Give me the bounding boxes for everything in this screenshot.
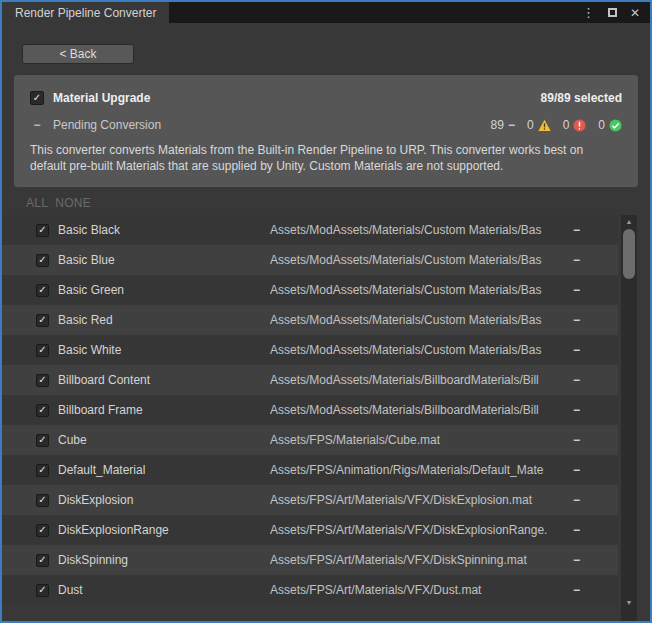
window-tab[interactable]: Render Pipeline Converter — [2, 2, 169, 23]
pending-conversion-row: − Pending Conversion 89 − 0 0 0 — [30, 117, 622, 133]
material-row[interactable]: ✓ DiskSpinning Assets/FPS/Art/Materials/… — [2, 545, 618, 575]
check-icon: ✓ — [38, 405, 46, 415]
material-path: Assets/ModAssets/Materials/BillboardMate… — [270, 373, 566, 387]
check-icon: ✓ — [38, 555, 46, 565]
material-name: Basic Blue — [58, 253, 270, 267]
material-row[interactable]: ✓ Cube Assets/FPS/Materials/Cube.mat − — [2, 425, 618, 455]
material-path: Assets/FPS/Materials/Cube.mat — [270, 433, 566, 447]
row-status-dash-icon: − — [566, 583, 580, 597]
material-checkbox[interactable]: ✓ — [36, 314, 49, 327]
material-row[interactable]: ✓ Billboard Frame Assets/ModAssets/Mater… — [2, 395, 618, 425]
material-name: Basic Red — [58, 313, 270, 327]
selection-header: ALL NONE — [26, 196, 650, 210]
row-status-dash-icon: − — [566, 553, 580, 567]
material-name: DiskExplosion — [58, 493, 270, 507]
pending-dash-icon: − — [508, 118, 515, 132]
material-name: Dust — [58, 583, 270, 597]
material-row[interactable]: ✓ Basic Black Assets/ModAssets/Materials… — [2, 215, 618, 245]
material-row[interactable]: ✓ Basic Blue Assets/ModAssets/Materials/… — [2, 245, 618, 275]
converter-name: Material Upgrade — [53, 91, 150, 105]
material-upgrade-checkbox[interactable]: ✓ — [30, 91, 44, 105]
material-path: Assets/ModAssets/Materials/BillboardMate… — [270, 403, 566, 417]
row-status-dash-icon: − — [566, 313, 580, 327]
scroll-up-icon[interactable]: ▲ — [621, 218, 637, 226]
material-name: Default_Material — [58, 463, 270, 477]
material-row[interactable]: ✓ DiskExplosionRange Assets/FPS/Art/Mate… — [2, 515, 618, 545]
material-checkbox[interactable]: ✓ — [36, 404, 49, 417]
select-all-button[interactable]: ALL — [26, 196, 48, 210]
material-path: Assets/ModAssets/Materials/Custom Materi… — [270, 223, 566, 237]
maximize-icon[interactable] — [608, 8, 617, 17]
pending-status-dash-icon: − — [30, 118, 44, 132]
material-path: Assets/ModAssets/Materials/Custom Materi… — [270, 253, 566, 267]
material-row[interactable]: ✓ Billboard Content Assets/ModAssets/Mat… — [2, 365, 618, 395]
check-icon: ✓ — [38, 435, 46, 445]
material-row[interactable]: ✓ Basic Green Assets/ModAssets/Materials… — [2, 275, 618, 305]
check-icon: ✓ — [38, 285, 46, 295]
row-status-dash-icon: − — [566, 253, 580, 267]
close-icon[interactable]: ✕ — [630, 7, 640, 19]
pending-conversion-label: Pending Conversion — [53, 118, 161, 132]
check-icon: ✓ — [33, 93, 41, 103]
material-checkbox[interactable]: ✓ — [36, 584, 49, 597]
row-status-dash-icon: − — [566, 283, 580, 297]
converter-header-row: ✓ Material Upgrade 89/89 selected — [30, 90, 622, 106]
material-checkbox[interactable]: ✓ — [36, 434, 49, 447]
check-icon: ✓ — [38, 465, 46, 475]
material-name: Billboard Content — [58, 373, 270, 387]
window-controls: ⋮ ✕ — [582, 2, 650, 23]
pending-count: 89 — [491, 118, 504, 132]
material-checkbox[interactable]: ✓ — [36, 284, 49, 297]
scrollbar[interactable]: ▲ ▼ — [621, 215, 637, 621]
material-row[interactable]: ✓ Default_Material Assets/FPS/Animation/… — [2, 455, 618, 485]
material-name: Basic Green — [58, 283, 270, 297]
status-badges: 89 − 0 0 0 — [491, 118, 622, 132]
scrollbar-thumb[interactable] — [623, 229, 635, 279]
material-path: Assets/FPS/Art/Materials/VFX/DiskExplosi… — [270, 523, 566, 537]
select-none-button[interactable]: NONE — [55, 196, 91, 210]
material-checkbox[interactable]: ✓ — [36, 224, 49, 237]
check-icon: ✓ — [38, 525, 46, 535]
success-count: 0 — [598, 118, 605, 132]
row-status-dash-icon: − — [566, 463, 580, 477]
material-checkbox[interactable]: ✓ — [36, 524, 49, 537]
material-path: Assets/ModAssets/Materials/Custom Materi… — [270, 313, 566, 327]
material-checkbox[interactable]: ✓ — [36, 344, 49, 357]
back-button[interactable]: < Back — [22, 44, 134, 64]
check-icon: ✓ — [38, 225, 46, 235]
material-checkbox[interactable]: ✓ — [36, 494, 49, 507]
success-icon — [609, 119, 622, 132]
material-row[interactable]: ✓ Basic Red Assets/ModAssets/Materials/C… — [2, 305, 618, 335]
error-icon — [573, 119, 586, 132]
check-icon: ✓ — [38, 255, 46, 265]
row-status-dash-icon: − — [566, 433, 580, 447]
row-status-dash-icon: − — [566, 373, 580, 387]
check-icon: ✓ — [38, 345, 46, 355]
row-status-dash-icon: − — [566, 523, 580, 537]
material-row[interactable]: ✓ DiskExplosion Assets/FPS/Art/Materials… — [2, 485, 618, 515]
converter-panel: ✓ Material Upgrade 89/89 selected − Pend… — [14, 75, 638, 187]
check-icon: ✓ — [38, 495, 46, 505]
material-name: Basic Black — [58, 223, 270, 237]
menu-icon[interactable]: ⋮ — [582, 6, 595, 19]
material-checkbox[interactable]: ✓ — [36, 374, 49, 387]
warning-icon — [538, 119, 551, 132]
row-status-dash-icon: − — [566, 343, 580, 357]
material-name: DiskExplosionRange — [58, 523, 270, 537]
error-count: 0 — [563, 118, 570, 132]
material-row[interactable]: ✓ Dust Assets/FPS/Art/Materials/VFX/Dust… — [2, 575, 618, 605]
check-icon: ✓ — [38, 585, 46, 595]
material-row[interactable]: ✓ Basic White Assets/ModAssets/Materials… — [2, 335, 618, 365]
check-icon: ✓ — [38, 315, 46, 325]
material-path: Assets/FPS/Art/Materials/VFX/DiskExplosi… — [270, 493, 566, 507]
material-name: Basic White — [58, 343, 270, 357]
material-checkbox[interactable]: ✓ — [36, 254, 49, 267]
material-checkbox[interactable]: ✓ — [36, 554, 49, 567]
scroll-down-icon[interactable]: ▼ — [621, 599, 637, 607]
titlebar: Render Pipeline Converter ⋮ ✕ — [2, 2, 650, 23]
row-status-dash-icon: − — [566, 493, 580, 507]
material-name: DiskSpinning — [58, 553, 270, 567]
material-path: Assets/ModAssets/Materials/Custom Materi… — [270, 283, 566, 297]
materials-rows: ✓ Basic Black Assets/ModAssets/Materials… — [2, 215, 650, 605]
material-checkbox[interactable]: ✓ — [36, 464, 49, 477]
